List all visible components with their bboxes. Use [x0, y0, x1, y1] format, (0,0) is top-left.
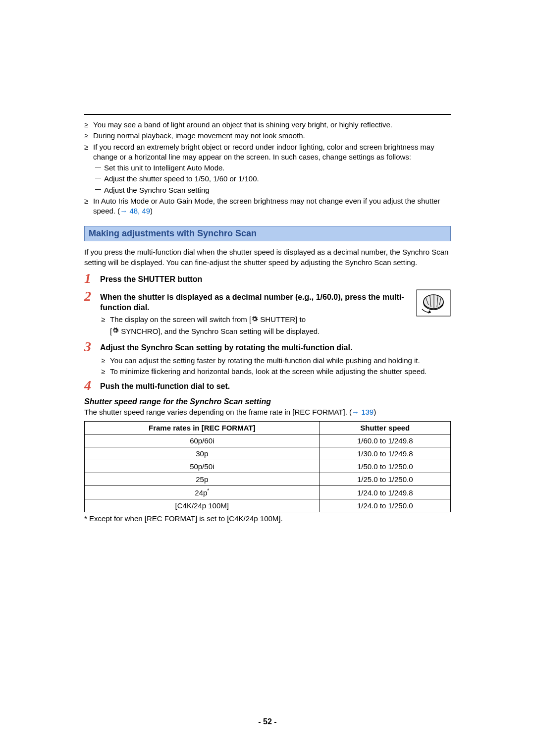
text-suffix: SYNCHRO], and the Synchro Scan setting w… [119, 327, 320, 335]
top-rule [84, 114, 451, 115]
step-number-2: 2 [84, 289, 95, 303]
cell-text: 24p [195, 488, 207, 497]
step-3-sub-b: To minimize flickering and horizontal ba… [84, 367, 451, 377]
subheading-shutter-range: Shutter speed range for the Synchro Scan… [84, 397, 451, 406]
bullet-item: You may see a band of light around an ob… [84, 120, 451, 130]
close-paren: ) [150, 207, 153, 215]
bullet-item: If you record an extremely bright object… [84, 142, 451, 162]
page-number: - 52 - [0, 717, 535, 726]
bullet-item: The display on the screen will switch fr… [101, 315, 406, 325]
gear-icon [251, 315, 258, 325]
table-row: 24p* 1/24.0 to 1/249.8 [85, 486, 451, 499]
step-4-text: Push the multi-function dial to set. [100, 378, 451, 392]
page-ref-link[interactable]: 49 [142, 207, 150, 215]
sub-bullet-item: Set this unit to Intelligent Auto Mode. [84, 163, 451, 173]
table-header-frame-rates: Frame rates in [REC FORMAT] [85, 422, 320, 434]
shutter-speed-table: Frame rates in [REC FORMAT] Shutter spee… [84, 421, 451, 512]
step-3: 3 Adjust the Synchro Scan setting by rot… [84, 340, 451, 354]
table-row: 60p/60i 1/60.0 to 1/249.8 [85, 434, 451, 447]
top-bullet-list: You may see a band of light around an ob… [84, 120, 451, 216]
table-footnote: * Except for when [REC FORMAT] is set to… [84, 514, 451, 523]
dial-illustration [416, 289, 451, 317]
step-number-1: 1 [84, 271, 95, 285]
text-suffix: SHUTTER] to [258, 315, 306, 324]
table-row: 30p 1/30.0 to 1/249.8 [85, 447, 451, 460]
gear-icon [112, 326, 119, 336]
page-ref-link[interactable]: 139 [361, 408, 374, 416]
step-2-wrap: 2 When the shutter is displayed as a dec… [84, 287, 451, 338]
cell-shutter: 1/50.0 to 1/250.0 [320, 460, 450, 473]
step-3-sub-a: You can adjust the setting faster by rot… [84, 356, 451, 366]
cell-shutter: 1/25.0 to 1/250.0 [320, 473, 450, 486]
close-paren: ) [374, 408, 376, 416]
cell-frame-rate: [C4K/24p 100M] [85, 499, 320, 512]
bullet-item: In Auto Iris Mode or Auto Gain Mode, the… [84, 196, 451, 216]
cell-frame-rate: 25p [85, 473, 320, 486]
bullet-item: To minimize flickering and horizontal ba… [101, 367, 451, 377]
table-header-row: Frame rates in [REC FORMAT] Shutter spee… [85, 422, 451, 434]
step-number-3: 3 [84, 340, 95, 354]
bullet-item: During normal playback, image movement m… [84, 131, 451, 141]
step-2-sub-b: [ SYNCHRO], and the Synchro Scan setting… [84, 326, 406, 337]
svg-marker-8 [428, 310, 431, 314]
cell-shutter: 1/24.0 to 1/249.8 [320, 486, 450, 499]
cell-shutter: 1/24.0 to 1/250.0 [320, 499, 450, 512]
table-header-shutter-speed: Shutter speed [320, 422, 450, 434]
asterisk: * [207, 488, 209, 493]
sub-bullet-item: Adjust the Synchro Scan setting [84, 185, 451, 195]
section-paragraph: If you press the multi-function dial whe… [84, 247, 451, 268]
sub-bullet-item: Adjust the shutter speed to 1/50, 1/60 o… [84, 174, 451, 184]
step-2-text: When the shutter is displayed as a decim… [100, 289, 406, 313]
link-arrow: → [352, 408, 361, 416]
step-2: 2 When the shutter is displayed as a dec… [84, 289, 406, 313]
document-page: You may see a band of light around an ob… [0, 0, 535, 756]
cell-frame-rate: 60p/60i [85, 434, 320, 447]
cell-frame-rate: 50p/50i [85, 460, 320, 473]
step-3-text: Adjust the Synchro Scan setting by rotat… [100, 340, 451, 353]
step-4: 4 Push the multi-function dial to set. [84, 378, 451, 392]
step-number-4: 4 [84, 378, 95, 392]
link-arrow: → [120, 207, 129, 215]
cell-shutter: 1/60.0 to 1/249.8 [320, 434, 450, 447]
cell-shutter: 1/30.0 to 1/249.8 [320, 447, 450, 460]
step-1-text: Press the SHUTTER button [100, 271, 451, 285]
sub-para-text: The shutter speed range varies depending… [84, 408, 352, 416]
sub-paragraph: The shutter speed range varies depending… [84, 407, 451, 417]
table-row: 50p/50i 1/50.0 to 1/250.0 [85, 460, 451, 473]
section-heading: Making adjustments with Synchro Scan [84, 226, 451, 241]
step-1: 1 Press the SHUTTER button [84, 271, 451, 285]
text-prefix: The display on the screen will switch fr… [110, 315, 251, 324]
step-2-sub-a: The display on the screen will switch fr… [84, 315, 406, 325]
table-row: [C4K/24p 100M] 1/24.0 to 1/250.0 [85, 499, 451, 512]
bullet-item: You can adjust the setting faster by rot… [101, 356, 451, 366]
table-row: 25p 1/25.0 to 1/250.0 [85, 473, 451, 486]
cell-frame-rate: 24p* [85, 486, 320, 499]
page-ref-link[interactable]: 48 [129, 207, 138, 215]
cell-frame-rate: 30p [85, 447, 320, 460]
